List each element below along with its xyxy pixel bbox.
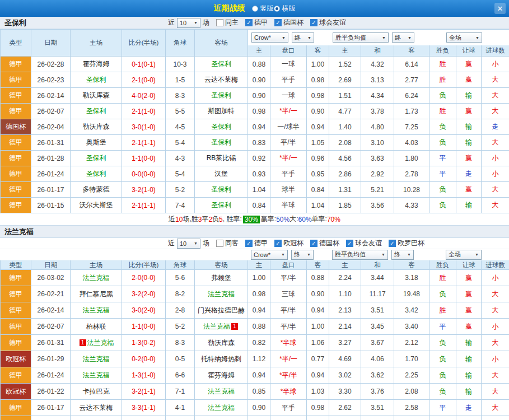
away-team-link[interactable]: 圣保利 bbox=[211, 91, 231, 100]
match-score[interactable]: 3-2(1-0) bbox=[122, 182, 166, 198]
match-score[interactable]: 0-2(0-0) bbox=[122, 351, 166, 367]
match-count-select-value: 10 bbox=[180, 20, 186, 26]
same-venue-checkbox[interactable]: 同客 bbox=[216, 239, 239, 248]
wdl-average-select[interactable]: 胜平负均值▼ bbox=[333, 32, 389, 43]
home-team-link[interactable]: 勒沃库森 bbox=[83, 122, 110, 132]
away-team-link[interactable]: RB莱比锡 bbox=[207, 153, 236, 163]
home-team-link[interactable]: 多特蒙德 bbox=[83, 185, 110, 194]
away-team-link[interactable]: 弗赖堡 bbox=[211, 273, 231, 283]
away-team-link[interactable]: 法兰克福 bbox=[208, 387, 235, 396]
handicap-odds-home: 0.93 bbox=[248, 166, 270, 182]
home-team-link[interactable]: 奥斯堡 bbox=[86, 138, 106, 147]
home-team-link[interactable]: 圣保利 bbox=[86, 75, 106, 85]
summary-text: 单率: bbox=[312, 214, 327, 224]
result-handicap: 赢 bbox=[456, 104, 482, 119]
home-team-link[interactable]: 法兰克福 bbox=[87, 338, 114, 348]
away-team-link[interactable]: 法兰克福 bbox=[203, 322, 230, 332]
match-score[interactable]: 1-3(0-2) bbox=[122, 335, 166, 351]
match-score[interactable]: 2-0(0-0) bbox=[122, 270, 166, 286]
away-team-link[interactable]: 法兰克福 bbox=[208, 403, 235, 413]
away-team-link[interactable]: 霍芬海姆 bbox=[208, 371, 235, 380]
away-team-link[interactable]: 勒沃库森 bbox=[208, 338, 235, 348]
match-score[interactable]: 3-0(1-0) bbox=[122, 119, 166, 135]
close-icon[interactable]: ✕ bbox=[494, 3, 506, 14]
final-odds-select[interactable]: 终▼ bbox=[291, 250, 314, 260]
dropdown-arrow-icon: ▼ bbox=[382, 36, 386, 40]
league-filter-checkbox[interactable]: ✓德国杯 bbox=[274, 18, 303, 27]
match-score[interactable]: 0-0(0-0) bbox=[122, 166, 166, 182]
away-team-link[interactable]: 圣保利 bbox=[211, 200, 231, 210]
checkbox-icon: ✓ bbox=[245, 240, 253, 247]
result-goals: 大 bbox=[482, 400, 509, 416]
home-team-link[interactable]: 法兰克福 bbox=[83, 354, 110, 364]
home-team-link[interactable]: 霍芬海姆 bbox=[83, 59, 110, 69]
layout-radio-横版[interactable]: 横版 bbox=[274, 4, 296, 13]
match-date: 26-01-17 bbox=[31, 182, 71, 198]
wdl-average-select[interactable]: 胜平负均值▼ bbox=[332, 250, 388, 260]
match-score[interactable]: 2-1(1-0) bbox=[122, 104, 166, 119]
league-filter-checkbox[interactable]: ✓德国杯 bbox=[310, 239, 339, 248]
league-filter-checkbox[interactable]: ✓欧罗巴杯 bbox=[389, 239, 424, 248]
odds-home-win: 1.31 bbox=[329, 182, 361, 198]
match-count-select[interactable]: 10▼ bbox=[177, 18, 200, 28]
home-team-link[interactable]: 圣保利 bbox=[86, 106, 106, 116]
match-score[interactable]: 3-3(1-1) bbox=[122, 400, 166, 416]
away-team-link[interactable]: 门兴格拉德巴赫 bbox=[198, 306, 245, 315]
scope-select[interactable]: 全场▼ bbox=[446, 250, 482, 260]
match-score[interactable]: 3-2(2-1) bbox=[122, 416, 166, 420]
match-score[interactable]: 1-1(0-0) bbox=[122, 319, 166, 335]
away-team-link[interactable]: 汉堡 bbox=[214, 169, 228, 179]
away-team-link[interactable]: 托特纳姆热刺 bbox=[201, 354, 241, 364]
column-header: 角球 bbox=[166, 30, 195, 57]
result-goals: 小 bbox=[482, 57, 509, 72]
final-odds-select[interactable]: 终▼ bbox=[292, 32, 314, 43]
league-filter-checkbox[interactable]: ✓德甲 bbox=[245, 18, 268, 27]
league-filter-checkbox[interactable]: ✓球会友谊 bbox=[346, 239, 382, 248]
match-score[interactable]: 2-1(0-0) bbox=[122, 72, 166, 88]
match-score[interactable]: 3-2(1-1) bbox=[122, 384, 166, 400]
odds-home-win: 1.40 bbox=[329, 119, 361, 135]
home-team-link[interactable]: 圣保利 bbox=[86, 169, 106, 179]
home-team-link[interactable]: 柏林联 bbox=[86, 322, 106, 332]
scope-select-value: 全场 bbox=[449, 250, 461, 259]
match-date: 26-02-07 bbox=[31, 104, 71, 119]
match-score[interactable]: 2-1(1-1) bbox=[122, 135, 166, 151]
away-team-link[interactable]: 云达不莱梅 bbox=[204, 75, 238, 85]
match-score[interactable]: 3-0(2-0) bbox=[122, 302, 166, 319]
home-team-link[interactable]: 云达不莱梅 bbox=[80, 403, 113, 413]
match-score[interactable]: 1-1(0-0) bbox=[122, 151, 166, 166]
away-team-link[interactable]: 圣保利 bbox=[211, 59, 231, 69]
home-team-link[interactable]: 法兰克福 bbox=[83, 371, 110, 380]
league-filter-checkbox[interactable]: ✓球会友谊 bbox=[310, 18, 346, 27]
final-avg-select[interactable]: 终▼ bbox=[392, 32, 414, 43]
home-team-link[interactable]: 勒沃库森 bbox=[83, 91, 110, 100]
scope-dropdown: 全场▼ bbox=[429, 249, 509, 260]
home-team-link[interactable]: 拜仁慕尼黑 bbox=[80, 290, 113, 299]
league-filter-checkbox[interactable]: ✓德甲 bbox=[245, 239, 268, 248]
match-count-select[interactable]: 10▼ bbox=[177, 239, 200, 249]
home-team-link[interactable]: 卡拉巴克 bbox=[83, 387, 110, 396]
away-team-link[interactable]: 圣保利 bbox=[211, 138, 231, 147]
final-avg-select[interactable]: 终▼ bbox=[391, 250, 414, 260]
same-venue-checkbox[interactable]: 同主 bbox=[216, 18, 239, 27]
match-score[interactable]: 1-3(1-0) bbox=[122, 367, 166, 384]
home-team-link[interactable]: 圣保利 bbox=[86, 153, 106, 163]
match-score[interactable]: 2-1(1-1) bbox=[122, 198, 166, 213]
home-team-link[interactable]: 沃尔夫斯堡 bbox=[80, 200, 113, 210]
odds-home-win: 1.52 bbox=[329, 57, 361, 72]
away-team-link[interactable]: 圣保利 bbox=[211, 122, 231, 132]
bookmaker-select[interactable]: Crow*▼ bbox=[251, 32, 288, 43]
layout-radio-竖版[interactable]: 竖版 bbox=[252, 4, 274, 13]
league-filter-checkbox[interactable]: ✓欧冠杯 bbox=[274, 239, 303, 248]
home-team-link[interactable]: 法兰克福 bbox=[83, 306, 110, 315]
dropdown-arrow-icon: ▼ bbox=[475, 253, 479, 256]
home-team-link[interactable]: 法兰克福 bbox=[83, 273, 110, 283]
scope-select[interactable]: 全场▼ bbox=[446, 32, 482, 43]
match-score[interactable]: 3-2(2-0) bbox=[122, 286, 166, 302]
match-score[interactable]: 4-0(2-0) bbox=[122, 88, 166, 104]
bookmaker-select[interactable]: Crow*▼ bbox=[251, 250, 288, 260]
away-team-link[interactable]: 圣保利 bbox=[211, 185, 231, 194]
away-team-link[interactable]: 斯图加特 bbox=[208, 106, 235, 116]
away-team-link[interactable]: 法兰克福 bbox=[208, 290, 235, 299]
match-score[interactable]: 0-1(0-1) bbox=[122, 57, 166, 72]
